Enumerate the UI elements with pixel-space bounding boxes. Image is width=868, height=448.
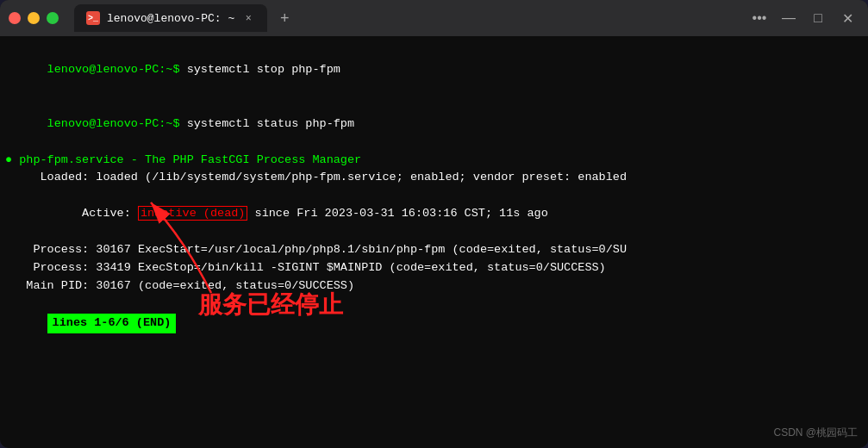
cmd-2: systemctl status php-fpm: [187, 117, 354, 130]
watermark: CSDN @桃园码工: [773, 425, 858, 441]
terminal-line-2: lenovo@lenovo-PC:~$ systemctl status php…: [5, 97, 863, 152]
titlebar: >_ lenovo@lenovo-PC: ~ × + ••• — □ ✕: [0, 0, 868, 36]
prompt-2: lenovo@lenovo-PC:~$: [47, 117, 187, 130]
terminal-tab-icon: >_: [86, 11, 100, 25]
terminal-line-5: Active: inactive (dead) since Fri 2023-0…: [5, 187, 863, 241]
inactive-status: inactive (dead): [138, 206, 248, 221]
cmd-1: systemctl stop php-fpm: [187, 63, 340, 76]
maximize-traffic-light[interactable]: [47, 12, 59, 24]
prompt-1: lenovo@lenovo-PC:~$: [47, 63, 187, 76]
tab-area: >_ lenovo@lenovo-PC: ~ × +: [74, 4, 740, 32]
tab-close-button[interactable]: ×: [241, 11, 255, 25]
terminal-window: >_ lenovo@lenovo-PC: ~ × + ••• — □ ✕ len…: [0, 0, 868, 448]
active-label: Active:: [47, 207, 138, 220]
terminal-line-6: Process: 30167 ExecStart=/usr/local/php/…: [5, 241, 863, 259]
terminal-line-9: lines 1-6/6 (END): [5, 296, 863, 352]
lines-end-bar: lines 1-6/6 (END): [47, 314, 177, 333]
titlebar-actions: ••• — □ ✕: [747, 6, 859, 30]
terminal-line-1: lenovo@lenovo-PC:~$ systemctl stop php-f…: [5, 43, 863, 97]
minimize-button[interactable]: —: [777, 6, 801, 30]
minimize-traffic-light[interactable]: [28, 12, 40, 24]
close-traffic-light[interactable]: [9, 12, 21, 24]
terminal-line-7: Process: 33419 ExecStop=/bin/kill -SIGIN…: [5, 259, 863, 277]
tab-title: lenovo@lenovo-PC: ~: [107, 12, 234, 25]
tab-icon-text: >_: [88, 14, 98, 23]
window-close-button[interactable]: ✕: [835, 6, 859, 30]
active-since: since Fri 2023-03-31 16:03:16 CST; 11s a…: [247, 207, 547, 220]
maximize-button[interactable]: □: [806, 6, 830, 30]
active-tab[interactable]: >_ lenovo@lenovo-PC: ~ ×: [74, 4, 267, 32]
new-tab-button[interactable]: +: [272, 6, 297, 30]
terminal-line-8: Main PID: 30167 (code=exited, status=0/S…: [5, 277, 863, 296]
terminal-line-3: ● php-fpm.service - The PHP FastCGI Proc…: [5, 152, 863, 170]
terminal-body[interactable]: lenovo@lenovo-PC:~$ systemctl stop php-f…: [0, 36, 868, 448]
terminal-line-4: Loaded: loaded (/lib/systemd/system/php-…: [5, 169, 863, 187]
more-options-button[interactable]: •••: [747, 6, 771, 30]
